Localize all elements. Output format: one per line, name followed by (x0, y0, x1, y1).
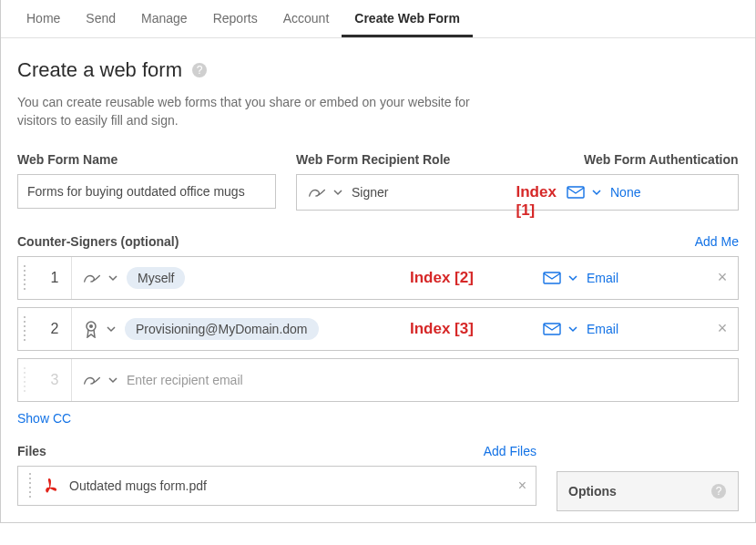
nav-send[interactable]: Send (73, 0, 128, 37)
remove-file-icon[interactable]: × (518, 478, 526, 494)
order-number: 1 (38, 270, 71, 286)
label-web-form-name: Web Form Name (17, 152, 276, 167)
pen-icon[interactable] (83, 373, 101, 387)
counter-signer-row: 2 Provisioning@MyDomain.dom Index [3] Em… (17, 307, 739, 351)
annotation-index-2: Index [2] (410, 269, 474, 287)
help-icon[interactable]: ? (710, 483, 727, 499)
remove-row-icon[interactable]: × (707, 319, 738, 338)
chevron-down-icon[interactable] (568, 273, 577, 283)
nav-manage[interactable]: Manage (128, 0, 200, 37)
svg-rect-2 (567, 187, 584, 198)
counter-signers-title: Counter-Signers (optional) (17, 234, 179, 249)
annotation-index-3: Index [3] (410, 320, 474, 338)
add-me-link[interactable]: Add Me (695, 234, 739, 249)
counter-signer-row: 3 Enter recipient email (17, 358, 739, 402)
chevron-down-icon[interactable] (333, 188, 342, 197)
files-title: Files (17, 444, 46, 458)
chevron-down-icon[interactable] (108, 273, 117, 283)
seal-icon[interactable] (83, 320, 99, 338)
order-number: 2 (38, 321, 71, 337)
drag-handle-icon[interactable] (24, 265, 31, 291)
auth-method[interactable]: Email (587, 322, 618, 336)
show-cc-link[interactable]: Show CC (17, 411, 71, 426)
auth-value[interactable]: None (610, 185, 640, 200)
svg-rect-3 (544, 272, 560, 283)
page-title-text: Create a web form (17, 58, 182, 82)
mail-icon[interactable] (543, 272, 561, 284)
svg-text:?: ? (716, 485, 722, 498)
order-number: 3 (38, 372, 71, 388)
nav-home[interactable]: Home (14, 0, 73, 37)
counter-signer-row: 1 Myself Index [2] Email × (17, 256, 739, 300)
top-nav: Home Send Manage Reports Account Create … (1, 0, 755, 38)
page-title: Create a web form ? (17, 58, 208, 82)
mail-icon[interactable] (543, 323, 561, 335)
pen-icon[interactable] (83, 271, 101, 285)
mail-icon[interactable] (567, 186, 585, 199)
chevron-down-icon[interactable] (592, 188, 601, 197)
auth-method[interactable]: Email (587, 271, 618, 285)
file-row: Outdated mugs form.pdf × (17, 466, 536, 506)
svg-text:?: ? (197, 64, 203, 77)
pen-icon[interactable] (308, 185, 326, 200)
drag-handle-icon[interactable] (24, 367, 31, 393)
options-title: Options (568, 484, 617, 499)
role-value: Signer (352, 185, 388, 200)
chevron-down-icon[interactable] (568, 324, 577, 334)
recipient-pill[interactable]: Provisioning@MyDomain.dom (125, 318, 319, 340)
svg-point-5 (89, 324, 93, 328)
help-icon[interactable]: ? (191, 62, 208, 78)
annotation-index-1: Index [1] (516, 183, 556, 220)
file-name: Outdated mugs form.pdf (69, 478, 207, 493)
label-recipient-role: Web Form Recipient Role (296, 152, 564, 167)
label-authentication: Web Form Authentication (584, 152, 739, 167)
nav-create-web-form[interactable]: Create Web Form (342, 0, 473, 37)
chevron-down-icon[interactable] (107, 324, 116, 334)
drag-handle-icon[interactable] (24, 316, 31, 342)
chevron-down-icon[interactable] (108, 375, 117, 385)
nav-reports[interactable]: Reports (200, 0, 271, 37)
add-files-link[interactable]: Add Files (484, 444, 536, 458)
svg-rect-6 (544, 324, 560, 334)
page-description: You can create reusable web forms that y… (17, 93, 491, 130)
role-auth-box: Signer Index [1] None (296, 174, 739, 211)
pdf-icon (44, 477, 60, 495)
web-form-name-input[interactable] (17, 174, 276, 209)
recipient-pill[interactable]: Myself (127, 267, 185, 289)
remove-row-icon[interactable]: × (707, 268, 738, 287)
nav-account[interactable]: Account (271, 0, 342, 37)
options-panel[interactable]: Options ? (557, 471, 739, 511)
recipient-email-input[interactable]: Enter recipient email (127, 373, 243, 387)
drag-handle-icon[interactable] (29, 473, 36, 499)
